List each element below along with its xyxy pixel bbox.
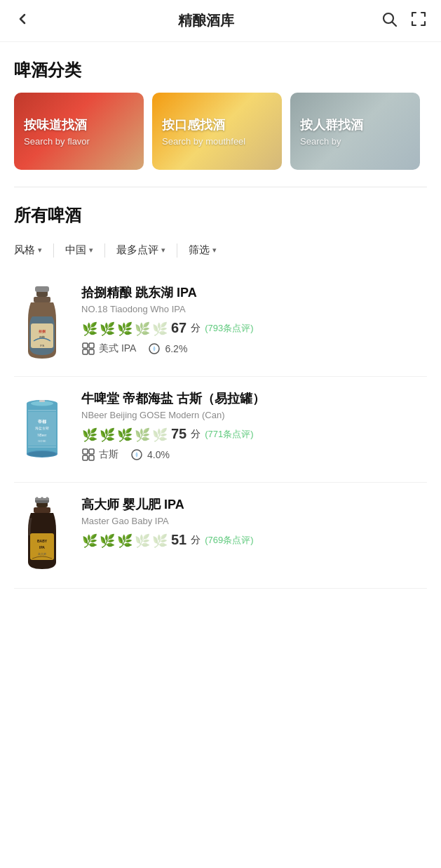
abv-label-1: 6.2%	[165, 343, 187, 354]
beer-name-cn-2: 牛啤堂 帝都海盐 古斯（易拉罐）	[81, 391, 427, 407]
svg-rect-15	[89, 343, 94, 348]
svg-text:IPA: IPA	[40, 344, 44, 347]
beer-item[interactable]: 拾捌 精酿 IPA 拾捌精酿 跳东湖 IPA NO.18 Tiaodong Wh…	[14, 271, 427, 377]
style-icon	[81, 448, 95, 462]
svg-text:🌿: 🌿	[152, 321, 167, 336]
svg-text:🌿: 🌿	[82, 321, 97, 336]
filter-style-label: 风格	[14, 243, 35, 257]
filter-country[interactable]: 中国 ▾	[65, 238, 93, 262]
filter-sort[interactable]: 最多点评 ▾	[116, 238, 165, 262]
svg-text:🌿: 🌿	[100, 321, 114, 336]
svg-rect-16	[83, 349, 88, 354]
beer-name-en-3: Master Gao Baby IPA	[81, 516, 427, 526]
svg-text:🌿: 🌿	[152, 427, 167, 442]
beer-image-2: 帝都 海盐古斯 NBeer GOSE	[14, 391, 70, 468]
category-card-mouthfeel[interactable]: 按口感找酒 Search by mouthfeel	[152, 93, 282, 170]
filter-sort-label: 最多点评	[116, 243, 158, 257]
beer-image-1: 拾捌 精酿 IPA	[14, 285, 70, 362]
rating-row-3: 🌿 🌿 🌿 🌿 🌿 51分 (769条点评)	[81, 532, 427, 548]
svg-rect-23	[39, 400, 45, 402]
chevron-down-icon: ▾	[161, 246, 165, 255]
score-unit-2: 分	[191, 428, 201, 441]
style-meta-1: 美式 IPA	[81, 342, 136, 356]
rating-row-1: 🌿 🌿 🌿 🌿 🌿 67分 (793条点评)	[81, 320, 427, 336]
svg-text:🌿: 🌿	[82, 533, 97, 548]
svg-line-1	[393, 22, 397, 26]
svg-rect-37	[83, 449, 88, 454]
abv-label-2: 4.0%	[147, 449, 170, 460]
abv-icon	[147, 342, 161, 356]
score-unit-3: 分	[191, 534, 201, 547]
review-count-1: (793条点评)	[205, 322, 253, 335]
filter-bar: 风格 ▾ 中国 ▾ 最多点评 ▾ 筛选 ▾	[0, 238, 441, 262]
svg-rect-14	[83, 343, 88, 348]
filter-style[interactable]: 风格 ▾	[14, 238, 42, 262]
chevron-down-icon: ▾	[212, 246, 217, 255]
category-cards-row: 按味道找酒 Search by flavor 按口感找酒 Search by m…	[0, 93, 441, 187]
meta-row-1: 美式 IPA 6.2%	[81, 342, 427, 356]
svg-text:GOSE: GOSE	[38, 439, 46, 443]
beer-item[interactable]: BABY IPA 高大师 高大师 婴儿肥 IPA Master Gao Baby…	[14, 483, 427, 589]
svg-text:高大师: 高大师	[38, 552, 46, 556]
abv-meta-1: 6.2%	[147, 342, 187, 356]
svg-rect-38	[89, 449, 94, 454]
style-meta-2: 古斯	[81, 448, 118, 462]
svg-text:BABY: BABY	[37, 539, 48, 543]
filter-separator-1	[53, 243, 54, 258]
category-section: 啤酒分类 按味道找酒 Search by flavor 按口感找酒 Search…	[0, 42, 441, 187]
svg-rect-17	[89, 349, 94, 354]
svg-text:IPA: IPA	[39, 545, 45, 549]
svg-text:🌿: 🌿	[135, 321, 149, 336]
beer-info-2: 牛啤堂 帝都海盐 古斯（易拉罐） NBeer Beijing GOSE Mode…	[81, 391, 427, 462]
beer-name-cn-3: 高大师 婴儿肥 IPA	[81, 497, 427, 513]
chevron-down-icon: ▾	[38, 246, 42, 255]
svg-text:🌿: 🌿	[117, 427, 132, 442]
fullscreen-button[interactable]	[410, 11, 427, 32]
svg-rect-3	[34, 297, 50, 302]
beer-name-cn-1: 拾捌精酿 跳东湖 IPA	[81, 285, 427, 301]
beer-score-1: 67	[171, 320, 186, 336]
filter-more-label: 筛选	[189, 243, 210, 257]
hop-icons-3: 🌿 🌿 🌿 🌿 🌿	[81, 533, 167, 548]
beer-list: 拾捌 精酿 IPA 拾捌精酿 跳东湖 IPA NO.18 Tiaodong Wh…	[0, 271, 441, 589]
beer-name-en-2: NBeer Beijing GOSE Modern (Can)	[81, 410, 427, 420]
all-beers-title: 所有啤酒	[0, 187, 441, 238]
svg-point-31	[28, 451, 56, 457]
all-beers-section: 所有啤酒 风格 ▾ 中国 ▾ 最多点评 ▾ 筛选 ▾	[0, 187, 441, 589]
svg-text:🌿: 🌿	[117, 533, 132, 548]
style-label-2: 古斯	[99, 448, 118, 461]
filter-separator-2	[104, 243, 105, 258]
hop-icons-1: 🌿 🌿 🌿 🌿 🌿	[81, 321, 167, 336]
filter-separator-3	[177, 243, 177, 258]
back-button[interactable]	[14, 11, 31, 32]
review-count-2: (771条点评)	[205, 428, 253, 441]
category-card-flavor[interactable]: 按味道找酒 Search by flavor	[14, 93, 144, 170]
svg-rect-40	[89, 455, 94, 460]
svg-text:海盐古斯: 海盐古斯	[35, 426, 49, 430]
card-flavor-title-en: Search by flavor	[24, 136, 134, 147]
beer-item[interactable]: 帝都 海盐古斯 NBeer GOSE 牛啤堂 帝都海盐 古斯（易拉罐） NBee…	[14, 377, 427, 483]
svg-text:🌿: 🌿	[135, 427, 149, 442]
card-flavor-title-cn: 按味道找酒	[24, 116, 134, 133]
svg-rect-39	[83, 455, 88, 460]
abv-meta-2: 4.0%	[130, 448, 170, 462]
svg-text:🌿: 🌿	[152, 533, 167, 548]
hop-icons-2: 🌿 🌿 🌿 🌿 🌿	[81, 427, 167, 442]
meta-row-2: 古斯 4.0%	[81, 448, 427, 462]
svg-rect-43	[34, 507, 50, 513]
beer-score-3: 51	[171, 532, 186, 548]
header-actions	[381, 11, 427, 32]
category-title: 啤酒分类	[0, 42, 441, 93]
style-label-1: 美式 IPA	[99, 342, 136, 355]
svg-text:拾捌: 拾捌	[38, 329, 46, 333]
svg-text:🌿: 🌿	[82, 427, 97, 442]
card-mouthfeel-title-cn: 按口感找酒	[162, 116, 272, 133]
svg-text:帝都: 帝都	[38, 419, 47, 424]
beer-score-2: 75	[171, 426, 186, 442]
search-button[interactable]	[381, 11, 398, 32]
card-people-title-cn: 按人群找酒	[300, 116, 410, 133]
page-title: 精酿酒库	[31, 11, 381, 30]
category-card-people[interactable]: 按人群找酒 Search by	[290, 93, 420, 170]
svg-text:NBeer: NBeer	[38, 434, 47, 437]
filter-more[interactable]: 筛选 ▾	[189, 238, 217, 262]
